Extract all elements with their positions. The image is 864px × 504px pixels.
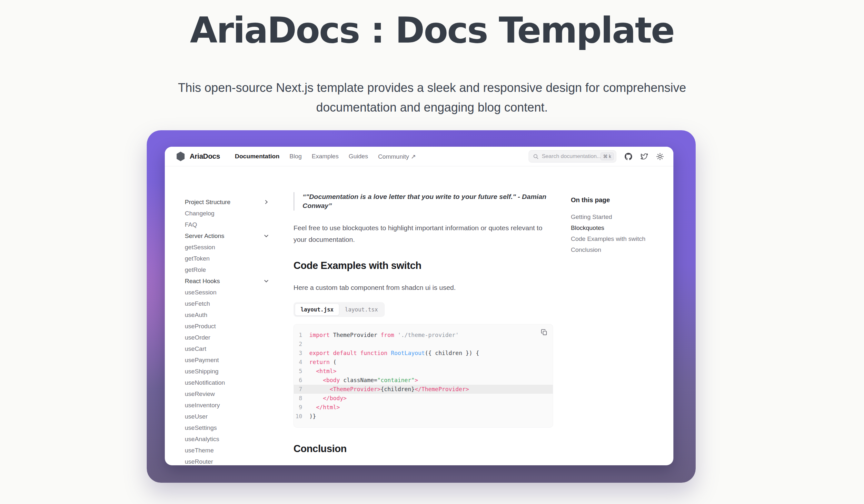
sidebar-item-usereview[interactable]: useReview (185, 388, 267, 399)
sidebar-item-label: useCart (185, 345, 206, 352)
navbar-actions: Search documentation... ⌘ k (529, 150, 664, 163)
brand-name[interactable]: AriaDocs (190, 152, 220, 160)
copy-code-button[interactable] (541, 329, 548, 336)
sidebar-item-gettoken[interactable]: getToken (185, 253, 267, 264)
heading-conclusion: Conclusion (293, 443, 553, 455)
code-line-content: import ThemeProvider from './theme-provi… (309, 332, 459, 338)
app-window: AriaDocs DocumentationBlogExamplesGuides… (165, 147, 673, 465)
code-line-number: 2 (294, 341, 309, 347)
sidebar-item-label: useNotification (185, 379, 225, 386)
sidebar-item-usecart[interactable]: useCart (185, 343, 267, 355)
sidebar-item-faq[interactable]: FAQ (185, 219, 267, 230)
sidebar-item-label: useTheme (185, 447, 214, 454)
sidebar-item-useuser[interactable]: useUser (185, 411, 267, 422)
sidebar-item-useorder[interactable]: useOrder (185, 332, 267, 343)
toc-item-blockquotes[interactable]: Blockquotes (571, 223, 645, 233)
code-line-content: return ( (309, 359, 336, 365)
chevron-down-icon (264, 233, 268, 237)
sidebar-item-label: Project Structure (185, 199, 231, 206)
code-line-content: <ThemeProvider>{children}</ThemeProvider… (309, 386, 469, 393)
search-icon (533, 154, 539, 160)
code-line-number: 1 (294, 332, 309, 338)
github-icon[interactable] (625, 153, 632, 160)
code-line: 2 (294, 339, 553, 349)
code-line-content: <body className="container"> (309, 377, 418, 383)
toc-item-conclusion[interactable]: Conclusion (571, 244, 645, 255)
code-line-number: 5 (294, 368, 309, 374)
code-line-number: 3 (294, 350, 309, 356)
code-line: 7 <ThemeProvider>{children}</ThemeProvid… (294, 385, 553, 394)
sidebar-item-useshipping[interactable]: useShipping (185, 366, 267, 377)
sidebar-item-label: Server Actions (185, 232, 225, 240)
gradient-frame: AriaDocs DocumentationBlogExamplesGuides… (147, 130, 696, 483)
nav-link-community[interactable]: Community ↗ (378, 153, 416, 160)
sidebar-item-label: getToken (185, 255, 209, 262)
sidebar-item-usepayment[interactable]: usePayment (185, 355, 267, 366)
sidebar-item-usefetch[interactable]: useFetch (185, 298, 267, 309)
search-placeholder: Search documentation... (542, 153, 600, 160)
tab-layout-jsx[interactable]: layout.jsx (295, 303, 339, 316)
chevron-down-icon (264, 278, 268, 283)
toc-item-getting-started[interactable]: Getting Started (571, 212, 645, 223)
twitter-icon[interactable] (640, 153, 648, 160)
sidebar-item-label: useFetch (185, 300, 210, 307)
sidebar-item-useauth[interactable]: useAuth (185, 309, 267, 321)
nav-link-documentation[interactable]: Documentation (235, 153, 279, 160)
code-line: 10)} (294, 412, 553, 421)
search-shortcut-badge: ⌘ k (600, 153, 614, 160)
code-line-content: </body> (309, 395, 347, 401)
paragraph-code-intro: Here a custom tab component from shadcn … (293, 282, 553, 294)
paragraph-blockquotes: Feel free to use blockquotes to highligh… (293, 222, 553, 246)
sidebar-item-usenotification[interactable]: useNotification (185, 377, 267, 388)
code-line-number: 4 (294, 359, 309, 365)
sidebar-item-label: usePayment (185, 357, 219, 364)
chevron-right-icon (264, 200, 268, 204)
sidebar-item-label: useSettings (185, 424, 217, 431)
sidebar-item-project-structure[interactable]: Project Structure (185, 196, 267, 208)
code-line: 1import ThemeProvider from './theme-prov… (294, 331, 553, 339)
code-line: 8 </body> (294, 394, 553, 403)
sidebar-item-label: Changelog (185, 210, 215, 217)
sidebar-item-usesettings[interactable]: useSettings (185, 422, 267, 433)
code-line-content: )} (309, 413, 316, 420)
nav-link-blog[interactable]: Blog (289, 153, 302, 160)
toc-item-code-examples-with-switch[interactable]: Code Examples with switch (571, 233, 645, 244)
blockquote: “"Documentation is a love letter that yo… (293, 192, 553, 211)
sidebar: Project StructureChangelogFAQServer Acti… (165, 166, 276, 465)
app-body: Project StructureChangelogFAQServer Acti… (165, 166, 673, 465)
page-title: AriaDocs : Docs Template (0, 8, 864, 53)
brand-hexagon-icon (176, 151, 185, 161)
sidebar-item-label: useUser (185, 413, 208, 420)
theme-toggle-sun-icon[interactable] (656, 153, 664, 160)
sidebar-item-label: useAuth (185, 312, 207, 319)
code-line-content: <html> (309, 368, 336, 374)
sidebar-item-useproduct[interactable]: useProduct (185, 321, 267, 332)
sidebar-item-label: getSession (185, 244, 215, 251)
sidebar-item-label: useInventory (185, 402, 220, 409)
code-line: 6 <body className="container"> (294, 376, 553, 385)
sidebar-item-usetheme[interactable]: useTheme (185, 445, 267, 456)
code-line-number: 7 (294, 386, 309, 393)
nav-links: DocumentationBlogExamplesGuidesCommunity… (235, 153, 416, 160)
sidebar-item-useanalytics[interactable]: useAnalytics (185, 433, 267, 445)
code-tabs: layout.jsxlayout.tsx (293, 302, 385, 317)
sidebar-item-useinventory[interactable]: useInventory (185, 399, 267, 411)
sidebar-item-getrole[interactable]: getRole (185, 264, 267, 275)
sidebar-item-changelog[interactable]: Changelog (185, 208, 267, 219)
paragraph-conclusion: Thank you for choosing the Documentation… (293, 463, 553, 465)
code-line-number: 10 (294, 413, 309, 420)
code-line-number: 6 (294, 377, 309, 383)
search-input[interactable]: Search documentation... ⌘ k (529, 150, 616, 163)
sidebar-item-getsession[interactable]: getSession (185, 241, 267, 253)
nav-link-examples[interactable]: Examples (312, 153, 339, 160)
nav-link-guides[interactable]: Guides (349, 153, 368, 160)
toc-title: On this page (571, 196, 645, 204)
code-line: 5 <html> (294, 367, 553, 376)
sidebar-item-label: useProduct (185, 323, 216, 330)
sidebar-item-react-hooks[interactable]: React Hooks (185, 275, 267, 287)
code-line-number: 9 (294, 404, 309, 410)
sidebar-item-userouter[interactable]: useRouter (185, 456, 267, 465)
tab-layout-tsx[interactable]: layout.tsx (339, 303, 383, 316)
sidebar-item-server-actions[interactable]: Server Actions (185, 230, 267, 241)
sidebar-item-usesession[interactable]: useSession (185, 287, 267, 298)
